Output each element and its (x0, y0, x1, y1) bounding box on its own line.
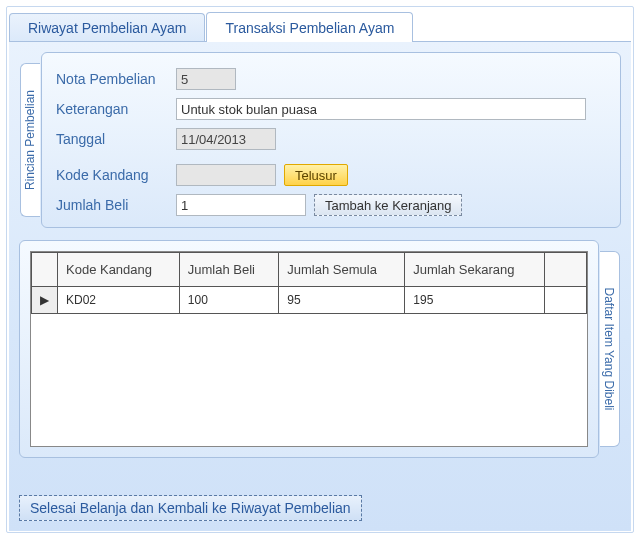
label-jumlah-beli: Jumlah Beli (56, 197, 176, 213)
col-jumlah-semula[interactable]: Jumlah Semula (279, 253, 405, 287)
cell-jml[interactable]: 100 (179, 287, 279, 314)
cart-items-group: Daftar Item Yang Dibeli Kode Kandang Jum… (19, 240, 599, 458)
jumlah-beli-field[interactable] (176, 194, 306, 216)
cart-items-side-text: Daftar Item Yang Dibeli (602, 288, 616, 411)
kode-kandang-field (176, 164, 276, 186)
app-window: Riwayat Pembelian Ayam Transaksi Pembeli… (6, 6, 634, 533)
keterangan-field[interactable] (176, 98, 586, 120)
tambah-keranjang-button[interactable]: Tambah ke Keranjang (314, 194, 462, 216)
finish-button[interactable]: Selesai Belanja dan Kembali ke Riwayat P… (19, 495, 362, 521)
tab-history[interactable]: Riwayat Pembelian Ayam (9, 13, 205, 42)
nota-field (176, 68, 236, 90)
tanggal-field (176, 128, 276, 150)
col-jumlah-beli[interactable]: Jumlah Beli (179, 253, 279, 287)
label-kode-kandang: Kode Kandang (56, 167, 176, 183)
cell-semula[interactable]: 95 (279, 287, 405, 314)
purchase-detail-side-label: Rincian Pembelian (20, 63, 40, 217)
label-tanggal: Tanggal (56, 131, 176, 147)
tab-strip: Riwayat Pembelian Ayam Transaksi Pembeli… (9, 9, 633, 41)
tab-panel-transaction: Rincian Pembelian Nota Pembelian Keteran… (9, 41, 631, 531)
tab-transaction[interactable]: Transaksi Pembelian Ayam (206, 12, 413, 42)
purchase-detail-side-text: Rincian Pembelian (23, 90, 37, 190)
col-kode-kandang[interactable]: Kode Kandang (58, 253, 180, 287)
purchase-detail-group: Rincian Pembelian Nota Pembelian Keteran… (41, 52, 621, 228)
cell-kode[interactable]: KD02 (58, 287, 180, 314)
label-nota: Nota Pembelian (56, 71, 176, 87)
table-row[interactable]: ▶ KD02 100 95 195 (32, 287, 587, 314)
cell-sekarang[interactable]: 195 (405, 287, 545, 314)
cart-items-table[interactable]: Kode Kandang Jumlah Beli Jumlah Semula J… (31, 252, 587, 314)
telusur-button[interactable]: Telusur (284, 164, 348, 186)
label-keterangan: Keterangan (56, 101, 176, 117)
col-spacer (545, 253, 587, 287)
cart-items-side-label: Daftar Item Yang Dibeli (600, 251, 620, 447)
grid-container: Kode Kandang Jumlah Beli Jumlah Semula J… (30, 251, 588, 447)
row-marker: ▶ (32, 287, 58, 314)
bottom-bar: Selesai Belanja dan Kembali ke Riwayat P… (19, 495, 362, 521)
col-rowheader (32, 253, 58, 287)
col-jumlah-sekarang[interactable]: Jumlah Sekarang (405, 253, 545, 287)
cell-spacer (545, 287, 587, 314)
